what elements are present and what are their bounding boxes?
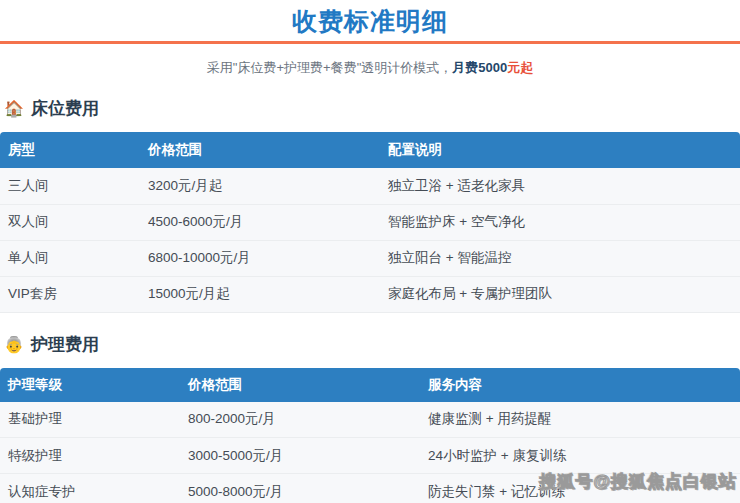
section-heading-label: 护理费用 [31,334,99,356]
column-header-price-range: 价格范围 [140,132,380,168]
cell-room-type: VIP套房 [0,276,140,312]
pricing-mode-subtitle: 采用"床位费+护理费+餐费"透明计价模式，月费5000元起 [0,59,740,77]
table-header-row: 房型 价格范围 配置说明 [0,132,740,168]
column-header-config: 配置说明 [380,132,740,168]
elderly-face-icon: 👵 [4,334,24,356]
cell-config: 独立阳台 + 智能温控 [380,240,740,276]
cell-room-type: 单人间 [0,240,140,276]
column-header-service: 服务内容 [420,368,740,402]
table-row: 双人间 4500-6000元/月 智能监护床 + 空气净化 [0,204,740,240]
house-icon: 🏠 [4,98,24,120]
cell-price-range: 6800-10000元/月 [140,240,380,276]
cell-price-range: 4500-6000元/月 [140,204,380,240]
column-header-care-level: 护理等级 [0,368,180,402]
section-heading-bed-fees: 🏠 床位费用 [4,98,740,120]
cell-care-level: 基础护理 [0,402,180,438]
cell-service: 24小时监护 + 康复训练 [420,438,740,474]
section-heading-label: 床位费用 [31,98,99,120]
cell-room-type: 三人间 [0,168,140,204]
table-row: 特级护理 3000-5000元/月 24小时监护 + 康复训练 [0,438,740,474]
cell-config: 家庭化布局 + 专属护理团队 [380,276,740,312]
cell-config: 智能监护床 + 空气净化 [380,204,740,240]
table-row: 基础护理 800-2000元/月 健康监测 + 用药提醒 [0,402,740,438]
cell-price-range: 5000-8000元/月 [180,474,420,503]
cell-price-range: 800-2000元/月 [180,402,420,438]
bed-fee-table: 房型 价格范围 配置说明 三人间 3200元/月起 独立卫浴 + 适老化家具 双… [0,132,740,313]
table-row: 三人间 3200元/月起 独立卫浴 + 适老化家具 [0,168,740,204]
cell-care-level: 认知症专护 [0,474,180,503]
cell-price-range: 3200元/月起 [140,168,380,204]
cell-price-range: 15000元/月起 [140,276,380,312]
cell-service: 健康监测 + 用药提醒 [420,402,740,438]
table-row: VIP套房 15000元/月起 家庭化布局 + 专属护理团队 [0,276,740,312]
page-title: 收费标准明细 [0,5,740,38]
sohu-watermark: 搜狐号@搜狐焦点白银站 [539,470,737,493]
table-header-row: 护理等级 价格范围 服务内容 [0,368,740,402]
fee-from-suffix: 元起 [507,60,533,75]
fee-standard-page: 收费标准明细 采用"床位费+护理费+餐费"透明计价模式，月费5000元起 🏠 床… [0,0,740,503]
cell-room-type: 双人间 [0,204,140,240]
accent-divider [0,41,740,44]
cell-config: 独立卫浴 + 适老化家具 [380,168,740,204]
subtitle-text: 采用"床位费+护理费+餐费"透明计价模式， [207,60,452,75]
column-header-room-type: 房型 [0,132,140,168]
cell-care-level: 特级护理 [0,438,180,474]
section-heading-nursing-fees: 👵 护理费用 [4,334,740,356]
monthly-fee-highlight: 月费5000 [452,60,507,75]
column-header-price-range: 价格范围 [180,368,420,402]
cell-price-range: 3000-5000元/月 [180,438,420,474]
table-row: 单人间 6800-10000元/月 独立阳台 + 智能温控 [0,240,740,276]
